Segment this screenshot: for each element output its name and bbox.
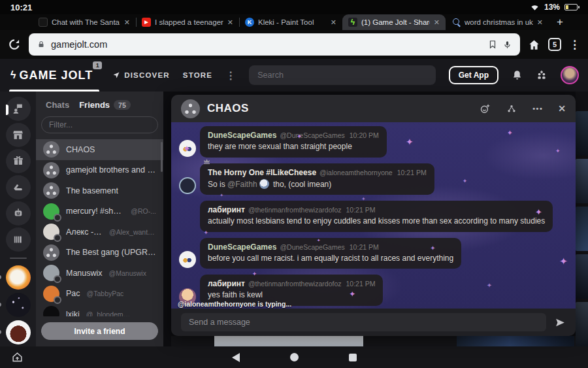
rail-avatar-2[interactable] xyxy=(6,293,31,317)
browser-tab[interactable]: Chat with The Santa C✕ xyxy=(33,14,136,30)
site-search-input[interactable] xyxy=(257,71,427,80)
url-bar[interactable] xyxy=(29,33,520,56)
gamejolt-logo[interactable]: ϟGAME JOLT 1 xyxy=(9,59,99,92)
chat-user-icon xyxy=(12,103,24,115)
message-author[interactable]: The Horny One #ILikeCheese xyxy=(208,168,316,177)
user-mention[interactable]: @Faithh xyxy=(227,180,257,189)
group-avatar xyxy=(43,162,59,178)
url-input[interactable] xyxy=(51,39,482,50)
notifications-bell-icon[interactable] xyxy=(512,69,523,81)
browser-tab[interactable]: word christmas in ukra✕ xyxy=(446,14,549,30)
message-meta: The Horny One #ILikeCheese@ialoneamtheho… xyxy=(208,168,427,177)
rail-chats-button[interactable] xyxy=(6,97,31,121)
discover-icon xyxy=(112,71,120,79)
message-box[interactable] xyxy=(181,313,546,331)
sidebar-scrollbar[interactable] xyxy=(161,142,163,172)
search-favicon xyxy=(451,18,461,27)
gamejolt-favicon: ϟ xyxy=(348,18,357,27)
chat-input-bar xyxy=(171,309,576,336)
nav-store[interactable]: STORE xyxy=(183,71,212,79)
tab-close-icon[interactable]: ✕ xyxy=(124,18,130,27)
tab-title: Chat with The Santa C xyxy=(52,18,120,26)
tab-chats[interactable]: Chats xyxy=(46,100,69,110)
mic-icon[interactable] xyxy=(503,39,512,50)
tab-close-icon[interactable]: ✕ xyxy=(434,18,440,27)
santa-favicon xyxy=(39,18,48,27)
chat-list-item[interactable]: lxiki@_blondemadeleine xyxy=(36,304,163,316)
tab-title: word christmas in ukra xyxy=(465,18,533,26)
members-icon[interactable] xyxy=(506,103,517,114)
message-author-avatar[interactable] xyxy=(179,140,196,157)
filter-box[interactable] xyxy=(41,116,158,133)
reload-button[interactable] xyxy=(8,38,21,51)
message-author[interactable]: DuneScapeGames xyxy=(208,131,276,140)
chat-name: Алекс - Symbol o... xyxy=(66,227,103,237)
message-timestamp: 10:20 PM xyxy=(350,131,379,139)
message-bubble[interactable]: DuneScapeGames@DuneScapeGames10:21 PMbef… xyxy=(200,238,461,269)
chat-list-item[interactable]: The basement xyxy=(36,180,163,201)
browser-menu-button[interactable]: ⋮ xyxy=(569,39,580,50)
chat-list-item[interactable]: The Best gang (UPGRADED) ... xyxy=(36,243,163,263)
rail-store-button[interactable] xyxy=(6,123,31,147)
rail-bot-button[interactable] xyxy=(6,201,31,226)
android-home-button[interactable] xyxy=(290,353,299,361)
add-reaction-icon[interactable] xyxy=(480,103,491,114)
header-more-menu[interactable]: ⋮ xyxy=(225,69,236,82)
message-author[interactable]: DuneScapeGames xyxy=(208,243,276,252)
chat-close-button[interactable]: ✕ xyxy=(558,103,566,114)
message-author[interactable]: лабиринт xyxy=(208,205,245,214)
chat-list-item[interactable]: Алекс - Symbol o...@Alex_wants... xyxy=(36,222,163,243)
chat-handle: @TabbyPac xyxy=(87,290,124,297)
user-avatar[interactable] xyxy=(561,66,579,84)
rail-library-button[interactable] xyxy=(6,227,31,252)
home-button[interactable] xyxy=(528,39,540,51)
message-author-handle: @DuneScapeGames xyxy=(280,243,344,251)
rail-claim-button[interactable] xyxy=(6,175,31,199)
android-nav-bar xyxy=(0,346,588,368)
bookmark-icon[interactable] xyxy=(488,39,497,50)
message-meta: лабиринт@thetinmanfromthewizardofoz10:21… xyxy=(208,279,375,288)
browser-tab[interactable]: ▶I slapped a teenager a✕ xyxy=(136,14,239,30)
rail-avatar-3[interactable] xyxy=(6,320,31,344)
android-back-button[interactable] xyxy=(232,353,240,362)
tab-friends[interactable]: Friends75 xyxy=(79,100,131,110)
logo-text: GAME JOLT xyxy=(19,69,93,82)
message-input[interactable] xyxy=(189,318,538,327)
chat-message: DuneScapeGames@DuneScapeGames10:20 PMthe… xyxy=(179,126,387,158)
send-icon[interactable] xyxy=(555,317,566,328)
message-bubble[interactable]: лабиринт@thetinmanfromthewizardofoz10:21… xyxy=(200,201,553,232)
filter-input[interactable] xyxy=(49,120,150,129)
tab-switcher-button[interactable]: 5 xyxy=(548,38,561,51)
nav-discover[interactable]: DISCOVER xyxy=(112,71,170,79)
message-bubble[interactable]: DuneScapeGames@DuneScapeGames10:20 PMthe… xyxy=(200,126,387,158)
message-author[interactable]: лабиринт xyxy=(208,279,245,288)
android-recents-button[interactable] xyxy=(349,354,357,361)
friend-requests-icon[interactable] xyxy=(536,69,547,81)
message-author-avatar[interactable] xyxy=(179,251,196,268)
tab-title: (1) Game Jolt - Share y xyxy=(361,18,430,26)
get-app-button[interactable]: Get App xyxy=(449,66,498,84)
browser-tab[interactable]: KKleki - Paint Tool✕ xyxy=(239,14,342,30)
chat-list-item[interactable]: gamejolt brothers and sisters xyxy=(36,160,163,181)
rail-avatar-1[interactable] xyxy=(6,265,31,290)
chat-list-item[interactable]: Manuswix@Manuswix xyxy=(36,263,163,284)
message-bubble[interactable]: The Horny One #ILikeCheese@ialoneamtheho… xyxy=(200,163,434,195)
invite-friend-button[interactable]: Invite a friend xyxy=(41,322,158,340)
site-search[interactable] xyxy=(249,65,436,85)
tab-close-icon[interactable]: ✕ xyxy=(227,18,233,27)
chat-more-menu[interactable]: ••• xyxy=(532,105,543,112)
new-tab-button[interactable]: + xyxy=(549,14,571,30)
chat-list-item[interactable]: Pac@TabbyPac xyxy=(36,284,163,305)
site-home-icon[interactable] xyxy=(12,352,23,363)
tab-close-icon[interactable]: ✕ xyxy=(331,18,336,27)
chat-list-item[interactable]: CHAOS xyxy=(36,139,163,160)
group-avatar xyxy=(43,141,59,158)
message-author-avatar[interactable] xyxy=(179,177,196,194)
rail-gift-button[interactable] xyxy=(6,149,31,173)
tab-close-icon[interactable]: ✕ xyxy=(537,18,543,27)
user-avatar xyxy=(43,265,59,281)
browser-tab[interactable]: ϟ(1) Game Jolt - Share y✕ xyxy=(342,14,446,30)
chat-list-item[interactable]: mercury! #shadowque...@RO-... xyxy=(36,201,163,222)
page-behind-content xyxy=(171,336,576,346)
friends-count-badge: 75 xyxy=(114,100,131,110)
